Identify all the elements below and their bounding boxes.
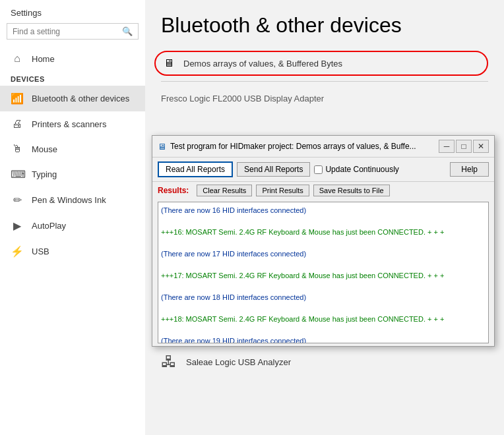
sidebar-item-pen[interactable]: ✏ Pen & Windows Ink	[0, 187, 145, 213]
sidebar-typing-label: Typing	[32, 169, 57, 179]
result-line: (There are now 19 HID interfaces connect…	[161, 335, 486, 343]
sidebar-pen-label: Pen & Windows Ink	[32, 195, 106, 205]
sidebar-bluetooth-label: Bluetooth & other devices	[32, 94, 129, 103]
sidebar-mouse-label: Mouse	[32, 144, 57, 154]
popup-title-icon: 🖥	[158, 142, 166, 152]
sidebar-item-home[interactable]: ⌂ Home	[0, 46, 145, 71]
update-checkbox-input[interactable]	[314, 165, 323, 174]
sidebar-item-autoplay[interactable]: ▶ AutoPlay	[0, 213, 145, 239]
faded-device: Fresco Logic FL2000 USB Display Adapter	[161, 87, 488, 110]
app-title: Settings	[0, 0, 145, 23]
highlight-device-name: Demos arrays of values, & Buffered Bytes	[183, 59, 342, 69]
saleae-icon: 🖧	[161, 353, 177, 371]
results-label: Results:	[158, 186, 189, 195]
page-title: Bluetooth & other devices	[161, 13, 488, 38]
results-bar: Results: Clear Results Print Results Sav…	[152, 182, 494, 199]
help-button[interactable]: Help	[450, 162, 489, 177]
titlebar-buttons: ─ □ ✕	[439, 140, 489, 153]
results-content[interactable]: (There are now 16 HID interfaces connect…	[158, 202, 489, 343]
result-line: (There are now 18 HID interfaces connect…	[161, 292, 486, 303]
sidebar-item-usb[interactable]: ⚡ USB	[0, 239, 145, 264]
minimize-button[interactable]: ─	[439, 140, 455, 153]
popup-title-text: Test program for HIDmaker project: Demos…	[170, 142, 435, 151]
divider	[161, 81, 488, 82]
result-line: (There are now 17 HID interfaces connect…	[161, 248, 486, 260]
popup-toolbar: Read All Reports Send All Reports Update…	[152, 158, 494, 182]
result-line: +++17: MOSART Semi. 2.4G RF Keyboard & M…	[161, 270, 486, 281]
sidebar-printers-label: Printers & scanners	[32, 119, 106, 129]
sidebar-usb-label: USB	[32, 246, 49, 256]
update-continuously-checkbox[interactable]: Update Continuously	[314, 165, 398, 174]
result-line: (There are now 16 HID interfaces connect…	[161, 205, 486, 216]
result-line: +++18: MOSART Semi. 2.4G RF Keyboard & M…	[161, 314, 486, 325]
print-results-button[interactable]: Print Results	[256, 185, 309, 196]
popup-titlebar: 🖥 Test program for HIDmaker project: Dem…	[152, 136, 494, 158]
faded-device-name: Fresco Logic FL2000 USB Display Adapter	[161, 94, 324, 103]
main-content: Bluetooth & other devices 🖥 Demos arrays…	[145, 0, 504, 435]
search-input[interactable]	[13, 27, 122, 36]
sidebar-item-mouse[interactable]: 🖱 Mouse	[0, 136, 145, 161]
pen-icon: ✏	[11, 194, 24, 206]
close-button[interactable]: ✕	[473, 140, 489, 153]
clear-results-button[interactable]: Clear Results	[197, 185, 252, 196]
sidebar-item-typing[interactable]: ⌨ Typing	[0, 161, 145, 187]
typing-icon: ⌨	[11, 168, 24, 181]
highlight-device: 🖥 Demos arrays of values, & Buffered Byt…	[154, 51, 488, 76]
mouse-icon: 🖱	[11, 143, 24, 155]
read-all-reports-button[interactable]: Read All Reports	[158, 161, 233, 177]
saleae-label: Saleae Logic USB Analyzer	[186, 357, 291, 367]
sidebar-item-bluetooth[interactable]: 📶 Bluetooth & other devices	[0, 86, 145, 111]
usb-icon: ⚡	[11, 245, 24, 258]
save-results-button[interactable]: Save Results to File	[313, 185, 390, 196]
home-label: Home	[32, 54, 55, 64]
bluetooth-icon: 📶	[11, 92, 24, 105]
sidebar-item-printers[interactable]: 🖨 Printers & scanners	[0, 111, 145, 136]
search-box[interactable]: 🔍	[7, 23, 139, 40]
sidebar: Settings 🔍 ⌂ Home Devices 📶 Bluetooth & …	[0, 0, 145, 435]
device-icon: 🖥	[164, 57, 174, 69]
search-icon: 🔍	[122, 26, 133, 36]
update-continuously-label: Update Continuously	[325, 165, 398, 174]
printer-icon: 🖨	[11, 118, 24, 130]
maximize-button[interactable]: □	[456, 140, 472, 153]
popup-window: 🖥 Test program for HIDmaker project: Dem…	[152, 135, 495, 347]
sidebar-autoplay-label: AutoPlay	[32, 221, 66, 231]
result-line: +++16: MOSART Semi. 2.4G RF Keyboard & M…	[161, 227, 486, 238]
sidebar-section-devices: Devices	[0, 71, 145, 86]
home-icon: ⌂	[11, 53, 24, 65]
device-saleae: 🖧 Saleae Logic USB Analyzer	[161, 346, 488, 378]
autoplay-icon: ▶	[11, 219, 24, 232]
send-all-reports-button[interactable]: Send All Reports	[237, 162, 310, 177]
